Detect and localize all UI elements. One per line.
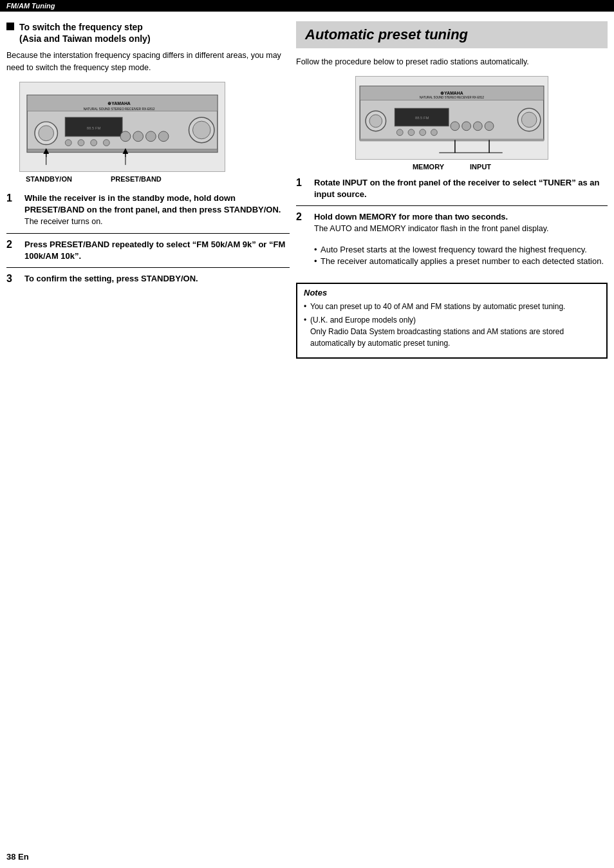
notes-item-2: (U.K. and Europe models only) Only Radio…	[304, 314, 600, 349]
step-number-2: 2	[6, 239, 18, 262]
svg-text:NATURAL SOUND STEREO RECEIVER : NATURAL SOUND STEREO RECEIVER RX-E812	[420, 96, 484, 99]
label-preset: PRESET/BAND	[111, 175, 162, 183]
svg-point-40	[521, 112, 537, 127]
step-1-normal: The receiver turns on.	[24, 217, 103, 226]
step-2-bullet-2-text: The receiver automatically applies a pre…	[321, 256, 604, 266]
notes-item-2-text: Only Radio Data System broadcasting stat…	[310, 326, 600, 349]
step-text-2: Press PRESET/BAND repeatedly to select “…	[24, 239, 290, 262]
label-memory: MEMORY	[413, 163, 444, 171]
label-input: INPUT	[470, 163, 491, 171]
bullet-square-icon	[6, 23, 14, 30]
right-column: Automatic preset tuning Follow the proce…	[296, 21, 608, 842]
receiver-image-left: ⊕YAMAHA NATURAL SOUND STEREO RECEIVER RX…	[19, 82, 225, 172]
step-2-bullet-2: The receiver automatically applies a pre…	[314, 256, 608, 266]
page: FM/AM Tuning To switch the frequency ste…	[0, 0, 614, 868]
step-text-1: While the receiver is in the standby mod…	[24, 193, 290, 228]
page-number: 38 En	[0, 849, 614, 868]
svg-text:88.5 FM: 88.5 FM	[87, 126, 101, 130]
step-1-right: 1 Rotate INPUT on the front panel of the…	[296, 177, 608, 206]
label-standby: STANDBY/ON	[26, 175, 72, 183]
svg-point-32	[408, 129, 414, 135]
svg-rect-41	[360, 138, 544, 141]
right-step-text-1: Rotate INPUT on the front panel of the r…	[314, 177, 608, 200]
step-2-right: 2 Hold down MEMORY for more than two sec…	[296, 211, 608, 273]
image-labels-right: MEMORY INPUT	[296, 163, 608, 171]
svg-point-17	[192, 121, 210, 139]
right-step-2-bold: Hold down MEMORY for more than two secon…	[314, 212, 508, 222]
top-bar-text: FM/AM Tuning	[6, 2, 55, 10]
svg-rect-18	[27, 149, 218, 152]
right-step-number-1: 1	[296, 177, 308, 200]
section-heading-line2: (Asia and Taiwan models only)	[19, 33, 151, 44]
step-1-left: 1 While the receiver is in the standby m…	[6, 193, 290, 234]
svg-point-36	[462, 122, 471, 131]
notes-title: Notes	[304, 288, 600, 297]
notes-item-1-text: You can preset up to 40 of AM and FM sta…	[310, 302, 565, 311]
svg-point-8	[65, 140, 71, 146]
image-labels-left: STANDBY/ON PRESET/BAND	[26, 175, 290, 183]
svg-text:⊕YAMAHA: ⊕YAMAHA	[107, 101, 131, 106]
right-intro-text: Follow the procedure below to preset rad…	[296, 56, 608, 68]
step-2-bullet-1-text: Auto Preset starts at the lowest frequen…	[321, 245, 587, 254]
svg-point-31	[396, 129, 403, 135]
notes-item-1: You can preset up to 40 of AM and FM sta…	[304, 301, 600, 312]
svg-point-12	[120, 131, 131, 142]
svg-point-9	[78, 140, 84, 146]
step-3-left: 3 To confirm the setting, press STANDBY/…	[6, 273, 290, 290]
right-step-text-2: Hold down MEMORY for more than two secon…	[314, 211, 549, 235]
svg-point-28	[369, 115, 382, 127]
svg-point-35	[451, 122, 460, 131]
step-2-bold: Press PRESET/BAND repeatedly to select “…	[24, 240, 285, 261]
notes-list: You can preset up to 40 of AM and FM sta…	[304, 301, 600, 349]
right-step-1-bold: Rotate INPUT on the front panel of the r…	[314, 178, 600, 199]
right-step-2-normal: The AUTO and MEMORY indicator flash in t…	[314, 224, 549, 233]
left-column: To switch the frequency step (Asia and T…	[6, 21, 290, 842]
svg-point-14	[145, 131, 156, 142]
notes-box: Notes You can preset up to 40 of AM and …	[296, 283, 608, 359]
content-area: To switch the frequency step (Asia and T…	[0, 12, 614, 849]
step-2-right-header: 2 Hold down MEMORY for more than two sec…	[296, 211, 608, 235]
right-step-number-2: 2	[296, 211, 308, 235]
section-heading: To switch the frequency step (Asia and T…	[19, 21, 151, 44]
auto-preset-title-box: Automatic preset tuning	[296, 21, 608, 48]
svg-point-34	[431, 129, 438, 135]
step-2-bullet-1: Auto Preset starts at the lowest frequen…	[314, 245, 608, 254]
step-2-left: 2 Press PRESET/BAND repeatedly to select…	[6, 239, 290, 268]
svg-point-37	[473, 122, 482, 131]
step-number-1: 1	[6, 193, 18, 228]
step-text-3: To confirm the setting, press STANDBY/ON…	[24, 273, 198, 285]
svg-text:⊕YAMAHA: ⊕YAMAHA	[440, 90, 463, 95]
step-3-bold: To confirm the setting, press STANDBY/ON…	[24, 274, 198, 283]
svg-point-11	[103, 140, 109, 146]
receiver-image-right: ⊕YAMAHA NATURAL SOUND STEREO RECEIVER RX…	[355, 76, 548, 160]
section-title-block: To switch the frequency step (Asia and T…	[6, 21, 290, 44]
svg-point-5	[39, 126, 54, 141]
svg-point-33	[420, 129, 426, 135]
svg-point-10	[91, 140, 97, 146]
section-heading-line1: To switch the frequency step	[19, 22, 143, 32]
page-number-text: 38 En	[6, 852, 29, 862]
step-2-bullets: Auto Preset starts at the lowest frequen…	[314, 245, 608, 268]
top-bar: FM/AM Tuning	[0, 0, 614, 12]
svg-text:NATURAL SOUND STEREO RECEIVER : NATURAL SOUND STEREO RECEIVER RX-E812	[84, 108, 155, 111]
left-body-text: Because the interstation frequency spaci…	[6, 50, 290, 74]
svg-point-15	[158, 131, 169, 142]
svg-point-13	[133, 131, 144, 142]
step-number-3: 3	[6, 273, 18, 285]
auto-preset-title: Automatic preset tuning	[305, 26, 468, 42]
svg-text:88.5 FM: 88.5 FM	[415, 116, 429, 120]
step-1-bold: While the receiver is in the standby mod…	[24, 193, 281, 214]
svg-point-38	[485, 122, 494, 131]
